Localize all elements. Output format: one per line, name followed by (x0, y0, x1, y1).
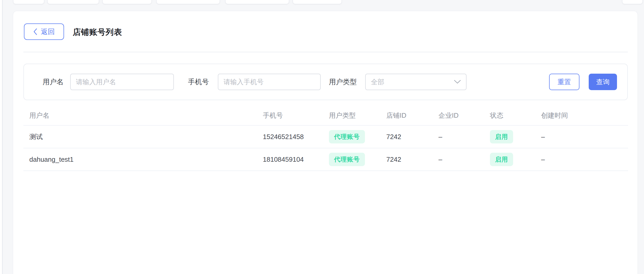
cell-created-at: – (541, 148, 628, 171)
cell-status: 启用 (490, 125, 541, 148)
table-row: 测试15246521458代理账号7242–启用– (23, 125, 628, 148)
back-button[interactable]: 返回 (24, 23, 64, 40)
username-input[interactable] (70, 74, 174, 90)
filter-panel: 用户名 手机号 用户类型 全部 重置 查询 (23, 64, 628, 100)
column-header: 用户类型 (329, 106, 386, 125)
top-tab[interactable] (102, 0, 152, 4)
cell-user-type: 代理账号 (329, 125, 386, 148)
table-row: dahuang_test118108459104代理账号7242–启用– (23, 148, 628, 171)
top-tab[interactable] (622, 0, 643, 4)
cell-shop-id: 7242 (386, 125, 439, 148)
usertype-select[interactable]: 全部 (365, 74, 467, 90)
left-panel-edge (0, 0, 3, 274)
phone-input[interactable] (218, 74, 321, 90)
user-type-badge: 代理账号 (329, 130, 365, 143)
header-divider (23, 52, 628, 52)
cell-status: 启用 (490, 148, 541, 171)
column-header: 手机号 (263, 106, 329, 125)
username-label: 用户名 (43, 77, 64, 87)
column-header: 企业ID (439, 106, 490, 125)
cell-username: 测试 (23, 125, 263, 148)
top-tab[interactable] (13, 0, 44, 4)
main-card: 返回 店铺账号列表 用户名 手机号 用户类型 全部 重置 查询 用户名手机号用户… (13, 11, 638, 274)
phone-label: 手机号 (188, 77, 209, 87)
cell-created-at: – (541, 125, 628, 148)
status-badge: 启用 (490, 153, 513, 166)
cell-shop-id: 7242 (386, 148, 439, 171)
cell-user-type: 代理账号 (329, 148, 386, 171)
accounts-table: 用户名手机号用户类型店铺ID企业ID状态创建时间 测试15246521458代理… (23, 106, 628, 171)
usertype-label: 用户类型 (329, 77, 357, 87)
status-badge: 启用 (490, 130, 513, 143)
column-header: 店铺ID (386, 106, 439, 125)
reset-button[interactable]: 重置 (549, 74, 579, 90)
top-tab[interactable] (225, 0, 289, 4)
top-tab[interactable] (156, 0, 220, 4)
cell-enterprise-id: – (439, 148, 490, 171)
cell-phone: 15246521458 (263, 125, 329, 148)
chevron-down-icon (454, 80, 461, 84)
table-header-row: 用户名手机号用户类型店铺ID企业ID状态创建时间 (23, 106, 628, 125)
search-button[interactable]: 查询 (589, 74, 617, 90)
cell-phone: 18108459104 (263, 148, 329, 171)
usertype-select-value: 全部 (371, 78, 384, 87)
column-header: 创建时间 (541, 106, 628, 125)
column-header: 用户名 (23, 106, 263, 125)
back-button-label: 返回 (41, 27, 55, 36)
top-tab[interactable] (47, 0, 99, 4)
user-type-badge: 代理账号 (329, 153, 365, 166)
page-title: 店铺账号列表 (73, 27, 122, 38)
top-tab[interactable] (293, 0, 342, 4)
table-body: 测试15246521458代理账号7242–启用–dahuang_test118… (23, 125, 628, 171)
column-header: 状态 (490, 106, 541, 125)
cell-username: dahuang_test1 (23, 148, 263, 171)
cell-enterprise-id: – (439, 125, 490, 148)
chevron-left-icon (33, 28, 37, 35)
